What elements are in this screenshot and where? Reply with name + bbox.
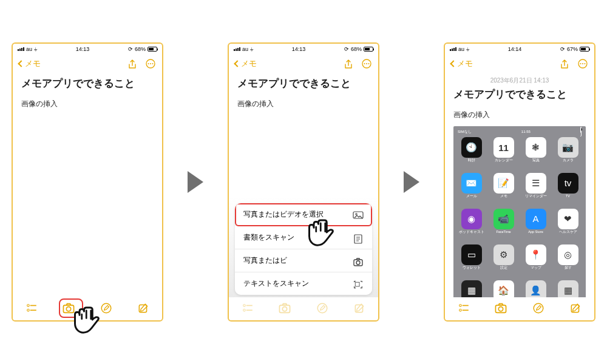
menu-choose-photo[interactable]: 写真またはビデオを選択 bbox=[235, 203, 372, 226]
share-icon[interactable] bbox=[127, 58, 138, 69]
share-icon[interactable] bbox=[559, 58, 570, 69]
phone-step-3: au⏚ 14:14 ⟳67% メモ 2023年6月21日 14:13 メモアプリ… bbox=[444, 42, 595, 322]
nav-bar: メモ bbox=[229, 55, 378, 73]
back-label: メモ bbox=[25, 58, 41, 69]
clock: 14:14 bbox=[508, 46, 522, 52]
app-icon: ✉️メール bbox=[456, 173, 486, 206]
status-bar: au⏚ 14:13 ⟳68% bbox=[13, 44, 162, 55]
note-title: メモアプリでできること bbox=[21, 76, 154, 90]
camera-button[interactable] bbox=[62, 302, 75, 315]
share-icon[interactable] bbox=[343, 58, 354, 69]
camera-menu-sheet: 写真またはビデオを選択 書類をスキャン 写真またはビ テキストをスキャン bbox=[235, 203, 372, 295]
checklist-button bbox=[241, 302, 254, 315]
toolbar bbox=[229, 297, 378, 320]
signal-icon bbox=[18, 47, 24, 51]
app-icon: ◉ポッドキャスト bbox=[456, 209, 486, 242]
app-icon: ❃写真 bbox=[521, 137, 551, 170]
more-icon[interactable] bbox=[361, 58, 372, 69]
markup-button[interactable] bbox=[532, 302, 545, 315]
arrow-icon bbox=[188, 171, 203, 193]
app-icon: 11カレンダー bbox=[489, 137, 518, 170]
note-content[interactable]: 2023年6月21日 14:13 メモアプリでできること 画像の挿入 SIMなし… bbox=[445, 73, 594, 297]
clock: 14:13 bbox=[292, 46, 306, 52]
battery-icon bbox=[148, 47, 157, 52]
inserted-image: SIMなし 11:55 🕙時計11カレンダー❃写真📷カメラ✉️メール📝メモ☰リマ… bbox=[453, 126, 586, 297]
chevron-left-icon bbox=[18, 60, 24, 67]
app-icon: 🕙時計 bbox=[456, 137, 486, 170]
status-bar: au⏚ 14:14 ⟳67% bbox=[445, 44, 594, 55]
menu-scan-document[interactable]: 書類をスキャン bbox=[235, 226, 372, 249]
phone-step-2: au⏚ 14:13 ⟳68% メモ メモアプリでできること 画像の挿入 写真また… bbox=[228, 42, 379, 322]
app-icon: ◎探す bbox=[553, 244, 583, 278]
status-bar: au⏚ 14:13 ⟳68% bbox=[229, 44, 378, 55]
checklist-button[interactable] bbox=[25, 302, 38, 315]
menu-take-photo[interactable]: 写真またはビ bbox=[235, 249, 372, 272]
checklist-button[interactable] bbox=[457, 302, 470, 315]
app-icon: 👤連絡先 bbox=[521, 280, 551, 297]
clock: 14:13 bbox=[76, 46, 90, 52]
app-icon: 🏠ホーム bbox=[489, 280, 518, 297]
menu-scan-text[interactable]: テキストをスキャン bbox=[235, 272, 372, 295]
app-icon: 📝メモ bbox=[489, 173, 518, 206]
app-icon: ▦ショートカット bbox=[456, 280, 486, 297]
app-icon: ❤ヘルスケア bbox=[553, 209, 583, 242]
app-icon: ☰リマインダー bbox=[521, 173, 551, 206]
app-icon: ▭ウォレット bbox=[456, 244, 486, 278]
wifi-icon: ⏚ bbox=[34, 46, 37, 52]
markup-button bbox=[316, 302, 329, 315]
camera-button bbox=[278, 302, 291, 315]
back-button[interactable]: メモ bbox=[451, 58, 473, 69]
back-button[interactable]: メモ bbox=[19, 58, 41, 69]
document-icon bbox=[353, 234, 364, 242]
scan-icon bbox=[353, 280, 364, 288]
compose-button[interactable] bbox=[569, 302, 582, 315]
note-body: 画像の挿入 bbox=[21, 99, 154, 109]
note-content[interactable]: メモアプリでできること 画像の挿入 bbox=[13, 73, 162, 297]
compose-button[interactable] bbox=[137, 302, 150, 315]
camera-icon bbox=[353, 257, 364, 265]
battery-pct: 68% bbox=[135, 46, 146, 52]
carrier-label: au bbox=[26, 46, 32, 52]
more-icon[interactable] bbox=[577, 58, 588, 69]
app-icon: 📷カメラ bbox=[553, 137, 583, 170]
app-icon: ▦ユーティリティ bbox=[553, 280, 583, 297]
markup-button[interactable] bbox=[100, 302, 113, 315]
note-date: 2023年6月21日 14:13 bbox=[453, 76, 586, 85]
app-icon: tvTV bbox=[553, 173, 583, 206]
arrow-icon bbox=[404, 171, 419, 193]
app-icon: ⚙設定 bbox=[489, 244, 518, 278]
toolbar bbox=[445, 297, 594, 320]
nav-bar: メモ bbox=[445, 55, 594, 73]
back-button[interactable]: メモ bbox=[235, 58, 257, 69]
app-icon: 📹FaceTime bbox=[489, 209, 518, 242]
nav-bar: メモ bbox=[13, 55, 162, 73]
app-icon: AApp Store bbox=[521, 209, 551, 242]
photo-icon bbox=[353, 211, 364, 219]
signal-icon bbox=[234, 47, 240, 51]
app-icon: 📍マップ bbox=[521, 244, 551, 278]
compose-button bbox=[353, 302, 366, 315]
camera-button[interactable] bbox=[494, 302, 507, 315]
toolbar bbox=[13, 297, 162, 320]
phone-step-1: au⏚ 14:13 ⟳68% メモ メモアプリでできること 画像の挿入 bbox=[12, 42, 163, 322]
more-icon[interactable] bbox=[145, 58, 156, 69]
